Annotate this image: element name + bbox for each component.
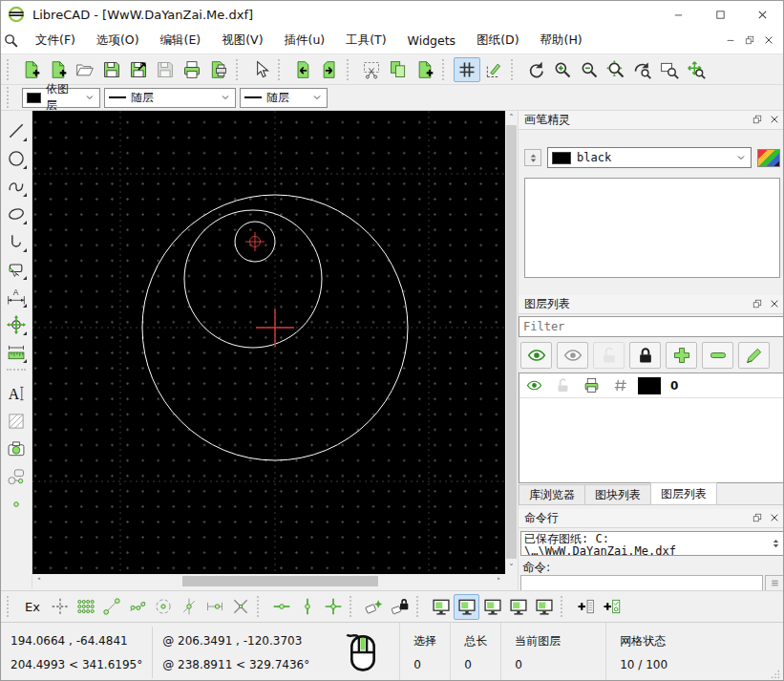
tab-library-browser[interactable]: 库浏览器: [519, 484, 585, 504]
lock-relative-zero-button[interactable]: [387, 594, 413, 620]
line-tool-button[interactable]: [3, 117, 30, 144]
menu-tools[interactable]: 工具(T): [335, 30, 396, 53]
snap-on-entity-button[interactable]: [124, 594, 150, 620]
zoom-pan-button[interactable]: [683, 57, 710, 82]
mdi-restore-button[interactable]: [745, 34, 754, 48]
zoom-window-button[interactable]: [656, 57, 683, 82]
menu-edit[interactable]: 编辑(E): [150, 30, 212, 53]
command-options-button[interactable]: [765, 575, 784, 591]
mdi-minimize-button[interactable]: [726, 34, 735, 48]
polyline-tool-button[interactable]: [3, 227, 30, 255]
float-panel-button[interactable]: [752, 298, 762, 311]
restrict-orthogonal-button[interactable]: [320, 594, 346, 620]
menu-options[interactable]: 选项(O): [86, 30, 150, 53]
menu-drawing[interactable]: 图纸(D): [466, 30, 529, 53]
layer-row[interactable]: 0: [519, 373, 784, 398]
add-layer-button[interactable]: [666, 342, 697, 369]
circle-entity[interactable]: [184, 210, 322, 348]
pen-color-combobox[interactable]: black: [547, 147, 752, 168]
set-relative-zero-button[interactable]: [361, 594, 387, 620]
scroll-up-arrow[interactable]: ˄: [505, 111, 518, 124]
zoom-in-button[interactable]: [549, 57, 576, 82]
history-scroll-spinner[interactable]: [771, 533, 781, 554]
restrict-vertical-button[interactable]: [294, 594, 320, 620]
dock-area-left-button[interactable]: [428, 594, 454, 620]
exclusive-snap-button[interactable]: Ex: [18, 594, 47, 620]
layer-visible-icon[interactable]: [519, 377, 548, 394]
horizontal-scrollbar[interactable]: ˂ ˃: [32, 574, 505, 588]
cut-button[interactable]: [358, 57, 385, 82]
image-tool-button[interactable]: [3, 435, 30, 462]
color-combobox[interactable]: 依图层: [22, 88, 100, 108]
line-width-combobox[interactable]: 随层: [104, 88, 236, 108]
close-panel-button[interactable]: [770, 298, 779, 311]
close-button[interactable]: [741, 1, 783, 28]
menu-help[interactable]: 帮助(H): [530, 30, 593, 53]
dock-area-top-button[interactable]: [479, 594, 505, 620]
save-all-button[interactable]: [152, 57, 179, 82]
print-button[interactable]: [179, 57, 205, 82]
snap-endpoint-button[interactable]: [98, 594, 124, 620]
previous-view-button[interactable]: [629, 57, 656, 82]
dimension-tool-button[interactable]: [3, 283, 30, 310]
dock-area-right-button[interactable]: [454, 594, 479, 620]
minimize-button[interactable]: [657, 1, 699, 28]
curve-tool-button[interactable]: [3, 172, 30, 200]
paste-button[interactable]: [412, 57, 438, 82]
mdi-close-button[interactable]: [764, 34, 773, 48]
layer-lock-icon[interactable]: [548, 377, 577, 394]
pen-spinner-button[interactable]: [524, 149, 541, 166]
point-tool-button[interactable]: [3, 490, 30, 518]
unlock-all-layers-button[interactable]: [593, 342, 625, 369]
draft-mode-button[interactable]: [480, 57, 507, 82]
scroll-left-arrow[interactable]: ˂: [32, 574, 46, 588]
command-history[interactable]: 已保存图纸: C: \…\WwW.DaYanZai.Me.dxf: [520, 531, 784, 556]
save-button[interactable]: [98, 57, 125, 82]
snap-grid-button[interactable]: [73, 594, 98, 620]
resize-grip[interactable]: [771, 670, 780, 679]
edit-layer-button[interactable]: [738, 342, 770, 369]
layer-construction-icon[interactable]: [605, 377, 634, 394]
maximize-button[interactable]: [699, 1, 741, 28]
dock-area-bottom-button[interactable]: [505, 594, 531, 620]
layer-print-icon[interactable]: [577, 377, 605, 394]
close-panel-button[interactable]: [770, 114, 779, 127]
redo-button[interactable]: [316, 57, 343, 82]
modify-tool-button[interactable]: [3, 310, 30, 338]
line-type-combobox[interactable]: 随层: [240, 88, 328, 108]
new-file-button[interactable]: [18, 57, 45, 82]
show-all-layers-button[interactable]: [520, 342, 552, 369]
grid-toggle-button[interactable]: [454, 57, 480, 82]
add-command-widget-button[interactable]: [572, 594, 598, 620]
save-as-button[interactable]: [125, 57, 152, 82]
vertical-scrollbar[interactable]: ˄ ˅: [505, 111, 518, 574]
snap-intersection-button[interactable]: [227, 594, 253, 620]
hatch-tool-button[interactable]: [3, 407, 30, 435]
vertical-scroll-thumb[interactable]: [506, 125, 517, 559]
drawing-canvas[interactable]: [32, 111, 505, 574]
command-input[interactable]: [520, 575, 763, 591]
layer-filter-input[interactable]: [519, 316, 784, 337]
text-tool-button[interactable]: [3, 379, 30, 407]
remove-layer-button[interactable]: [702, 342, 733, 369]
float-panel-button[interactable]: [752, 512, 762, 525]
zoom-out-button[interactable]: [576, 57, 603, 82]
copy-button[interactable]: [385, 57, 412, 82]
menu-file[interactable]: 文件(F): [25, 30, 86, 53]
snap-center-button[interactable]: [150, 594, 176, 620]
redraw-button[interactable]: [522, 57, 549, 82]
add-options-widget-button[interactable]: [598, 594, 624, 620]
hide-all-layers-button[interactable]: [557, 342, 588, 369]
restrict-horizontal-button[interactable]: [268, 594, 294, 620]
close-panel-button[interactable]: [770, 512, 779, 525]
scroll-down-arrow[interactable]: ˅: [505, 561, 518, 574]
measure-tool-button[interactable]: [3, 338, 30, 366]
snap-middle-button[interactable]: [176, 594, 201, 620]
lock-all-layers-button[interactable]: [629, 342, 661, 369]
menu-plugins[interactable]: 插件(u): [274, 30, 336, 53]
undo-button[interactable]: [289, 57, 316, 82]
ellipse-tool-button[interactable]: [3, 200, 30, 227]
open-file-button[interactable]: [72, 57, 98, 82]
menu-view[interactable]: 视图(V): [211, 30, 273, 53]
print-preview-button[interactable]: [205, 57, 232, 82]
